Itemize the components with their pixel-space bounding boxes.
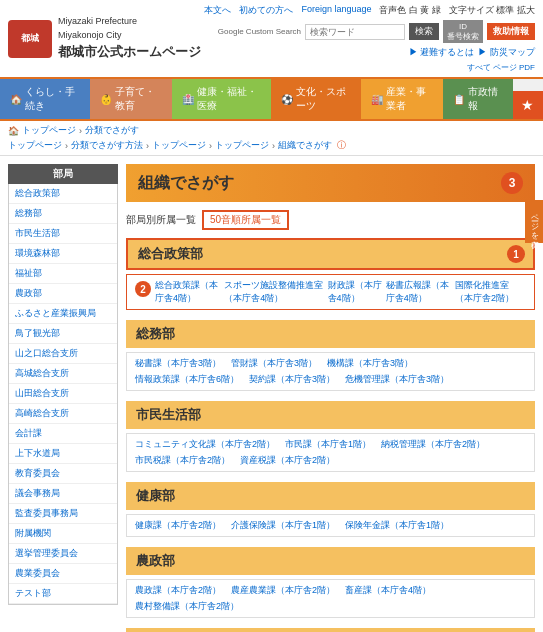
sidebar-item-2[interactable]: 市民生活部 — [9, 224, 117, 244]
sidebar-item-5[interactable]: 農政部 — [9, 284, 117, 304]
logo-area: 都城 Miyazaki Prefecture Miyakonojo City 都… — [8, 15, 201, 62]
dept-link-2-2[interactable]: 納税管理課（本庁舎2階） — [381, 438, 485, 451]
city-logo: 都城 — [8, 20, 52, 58]
tab-kenko[interactable]: 🏥 健康・福祉・医療 — [172, 79, 271, 119]
id-search-button[interactable]: ID 番号検索 — [443, 20, 483, 43]
dept-links-4: 農政課（本庁舎2階）農産農業課（本庁舎2階）畜産課（本庁舎4階）農村整備課（本庁… — [126, 579, 535, 618]
dept-link-2-4[interactable]: 資産税課（本庁舎2階） — [240, 454, 335, 467]
tab-sangyo[interactable]: 🏭 産業・事業者 — [361, 79, 443, 119]
top-link-1[interactable]: トップページ — [22, 124, 76, 137]
dept-link-4-1[interactable]: 農産農業課（本庁舎2階） — [231, 584, 335, 597]
sidebar-item-9[interactable]: 高城総合支所 — [9, 364, 117, 384]
top-link-4[interactable]: トップページ — [215, 139, 269, 152]
badge-3: 3 — [501, 172, 523, 194]
dept-link-4-0[interactable]: 農政課（本庁舎2階） — [135, 584, 221, 597]
bunrui-link[interactable]: 分類でさがす方法 — [71, 139, 143, 152]
sidebar-item-10[interactable]: 山田総合支所 — [9, 384, 117, 404]
dept-header-2: 市民生活部 — [126, 401, 535, 429]
sidebar-item-8[interactable]: 山之口総合支所 — [9, 344, 117, 364]
dept-link-3-2[interactable]: 保険年金課（本庁舎1階） — [345, 519, 449, 532]
foreign-lang-link[interactable]: Foreign language — [301, 4, 371, 17]
shigyo-label: 市政情報 — [468, 85, 503, 113]
hinan-link[interactable]: ▶ 避難するとは — [409, 46, 475, 59]
sidebar-item-20[interactable]: テスト部 — [9, 584, 117, 604]
home-icon: 🏠 — [8, 126, 19, 136]
fontsize-options: 文字サイズ 標準 拡大 — [449, 4, 535, 17]
search-input[interactable] — [305, 24, 405, 40]
page-link[interactable]: ページ — [493, 63, 517, 72]
dept-link-4-2[interactable]: 畜産課（本庁舎4階） — [345, 584, 431, 597]
dept-links-2: コミュニティ文化課（本庁舎2階）市民課（本庁舎1階）納税管理課（本庁舎2階）市民… — [126, 433, 535, 472]
color-options: 音声色 白 黄 緑 — [379, 4, 441, 17]
dept-link-3-1[interactable]: 介護保険課（本庁舎1階） — [231, 519, 335, 532]
bousai-map-link[interactable]: ▶ 防災マップ — [478, 46, 535, 59]
sidebar-item-7[interactable]: 鳥了観光部 — [9, 324, 117, 344]
kosodate-icon: 👶 — [100, 94, 112, 105]
dept-link-4-3[interactable]: 農村整備課（本庁舎2階） — [135, 600, 239, 613]
star-icon: ★ — [521, 97, 534, 113]
filter-link[interactable]: 50音順所属一覧 — [202, 210, 289, 230]
sidebar-item-1[interactable]: 総務部 — [9, 204, 117, 224]
dept-link-0-0[interactable]: 総合政策課（本庁舎4階） — [155, 279, 220, 305]
sidebar-item-15[interactable]: 議会事務局 — [9, 484, 117, 504]
dept-link-1-2[interactable]: 機構課（本庁舎3階） — [327, 357, 413, 370]
dept-section-5: 出先機関 — [126, 628, 535, 632]
dept-link-0-3[interactable]: 秘書広報課（本庁舎4階） — [386, 279, 451, 305]
main-layout: 部局 総合政策部総務部市民生活部環境森林部福祉部農政部ふるさと産業振興局鳥了観光… — [0, 156, 543, 632]
sidebar-item-6[interactable]: ふるさと産業振興局 — [9, 304, 117, 324]
dept-link-0-1[interactable]: スポーツ施設整備推進室（本庁舎4階） — [224, 279, 323, 305]
sidebar-item-17[interactable]: 附属機関 — [9, 524, 117, 544]
all-link[interactable]: すべて — [467, 63, 491, 72]
search-button[interactable]: 検索 — [409, 23, 439, 40]
sidebar-item-16[interactable]: 監査委員事務局 — [9, 504, 117, 524]
honbun-link[interactable]: 本文へ — [204, 4, 231, 17]
dept-link-2-1[interactable]: 市民課（本庁舎1階） — [285, 438, 371, 451]
sidebar-item-3[interactable]: 環境森林部 — [9, 244, 117, 264]
hajimete-link[interactable]: 初めての方へ — [239, 4, 293, 17]
filter-label: 部局別所属一覧 — [126, 213, 196, 227]
dept-link-2-3[interactable]: 市民税課（本庁舎2階） — [135, 454, 230, 467]
tab-kurashi[interactable]: 🏠 くらし・手続き — [0, 79, 90, 119]
breadcrumb-row1: 🏠 トップページ › 分類でさがす — [8, 124, 535, 137]
dept-link-1-3[interactable]: 情報政策課（本庁舎6階） — [135, 373, 239, 386]
dept-sections: 総合政策部12総合政策課（本庁舎4階）スポーツ施設整備推進室（本庁舎4階）財政課… — [126, 238, 535, 632]
sidebar-item-4[interactable]: 福祉部 — [9, 264, 117, 284]
page-save-button[interactable]: ページを保存 — [525, 200, 543, 243]
tab-bookmark[interactable]: ★ — [513, 91, 543, 119]
top-links: 本文へ 初めての方へ Foreign language 音声色 白 黄 緑 文字… — [204, 4, 535, 17]
bunka-icon: ⚽ — [281, 94, 293, 105]
top-link-2[interactable]: トップページ — [8, 139, 62, 152]
kyujo-button[interactable]: 救助情報 — [487, 23, 535, 40]
dept-section-4: 農政部農政課（本庁舎2階）農産農業課（本庁舎2階）畜産課（本庁舎4階）農村整備課… — [126, 547, 535, 618]
dept-link-1-5[interactable]: 危機管理課（本庁舎3階） — [345, 373, 449, 386]
dept-section-1: 総務部秘書課（本庁舎3階）管財課（本庁舎3階）機構課（本庁舎3階）情報政策課（本… — [126, 320, 535, 391]
site-header: 都城 Miyazaki Prefecture Miyakonojo City 都… — [0, 0, 543, 79]
tab-shigyo[interactable]: 📋 市政情報 — [443, 79, 513, 119]
sidebar-item-18[interactable]: 選挙管理委員会 — [9, 544, 117, 564]
sidebar-item-14[interactable]: 教育委員会 — [9, 464, 117, 484]
dept-link-3-0[interactable]: 健康課（本庁舎2階） — [135, 519, 221, 532]
dept-link-1-1[interactable]: 管財課（本庁舎3階） — [231, 357, 317, 370]
top-link-3[interactable]: トップページ — [152, 139, 206, 152]
info-icon: ⓘ — [337, 139, 346, 152]
dept-link-2-0[interactable]: コミュニティ文化課（本庁舎2階） — [135, 438, 275, 451]
sidebar-item-13[interactable]: 上下水道局 — [9, 444, 117, 464]
badge-2: 2 — [135, 281, 151, 297]
sidebar-item-12[interactable]: 会計課 — [9, 424, 117, 444]
sidebar-item-11[interactable]: 高崎総合支所 — [9, 404, 117, 424]
filter-row: 部局別所属一覧 50音順所属一覧 — [126, 210, 535, 230]
dept-link-0-4[interactable]: 国際化推進室（本庁舎2階） — [455, 279, 526, 305]
tab-kosodate[interactable]: 👶 子育て・教育 — [90, 79, 172, 119]
sidebar-item-0[interactable]: 総合政策部 — [9, 184, 117, 204]
sidebar-item-19[interactable]: 農業委員会 — [9, 564, 117, 584]
dept-link-1-0[interactable]: 秘書課（本庁舎3階） — [135, 357, 221, 370]
dept-link-1-4[interactable]: 契約課（本庁舎3階） — [249, 373, 335, 386]
sidebar-menu: 総合政策部総務部市民生活部環境森林部福祉部農政部ふるさと産業振興局鳥了観光部山之… — [8, 184, 118, 605]
dept-header-5: 出先機関 — [126, 628, 535, 632]
bunka-label: 文化・スポーツ — [296, 85, 351, 113]
bousai-links: ▶ 避難するとは ▶ 防災マップ — [409, 46, 535, 59]
tab-bunka[interactable]: ⚽ 文化・スポーツ — [271, 79, 361, 119]
kenko-icon: 🏥 — [182, 94, 194, 105]
dept-link-0-2[interactable]: 財政課（本庁舎4階） — [328, 279, 382, 305]
pdf-link[interactable]: PDF — [519, 63, 535, 72]
